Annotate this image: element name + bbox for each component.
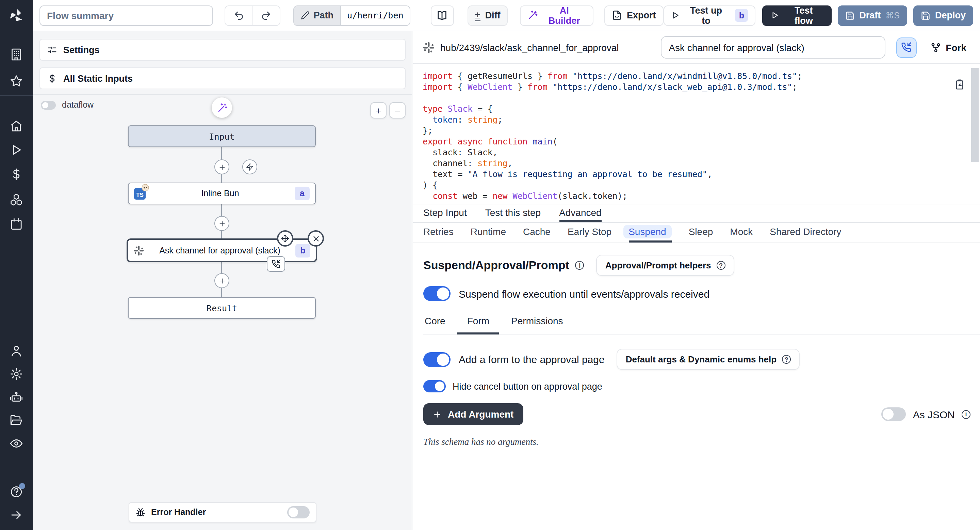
tab-runtime[interactable]: Runtime: [471, 223, 506, 243]
tab-core[interactable]: Core: [423, 315, 455, 334]
tab-cache[interactable]: Cache: [523, 223, 550, 243]
suspend-indicator-button[interactable]: [896, 37, 916, 57]
favorites-star-icon[interactable]: [10, 74, 23, 88]
as-json-toggle[interactable]: [882, 407, 906, 421]
hub-script-path[interactable]: hub/2439/slack/ask_channel_for_approval: [440, 42, 619, 53]
approval-helpers-button[interactable]: Approval/Prompt helpers ?: [597, 255, 734, 276]
magic-wand-icon: [217, 102, 227, 113]
play-icon: [770, 11, 779, 20]
redo-button[interactable]: [252, 6, 279, 25]
workers-bot-icon[interactable]: [10, 390, 23, 404]
code-editor[interactable]: import { getResumeUrls } from "https://d…: [413, 64, 980, 204]
resources-icon[interactable]: [10, 193, 23, 206]
move-node-button[interactable]: [277, 230, 293, 247]
static-inputs-bar[interactable]: All Static Inputs: [40, 67, 406, 89]
schedules-calendar-icon[interactable]: [10, 217, 23, 231]
zoom-in-button[interactable]: +: [370, 102, 387, 118]
info-icon[interactable]: i: [962, 410, 970, 418]
default-args-help-button[interactable]: Default args & Dynamic enums help ?: [617, 349, 800, 370]
windmill-logo[interactable]: [0, 0, 33, 31]
add-step-button[interactable]: [215, 273, 229, 288]
add-argument-button[interactable]: Add Argument: [423, 403, 523, 425]
tab-retries[interactable]: Retries: [423, 223, 453, 243]
copy-code-button[interactable]: [954, 79, 965, 90]
path-value[interactable]: u/henri/ben: [340, 6, 410, 25]
deploy-button[interactable]: Deploy: [913, 5, 973, 26]
diff-button[interactable]: ± Diff: [467, 5, 508, 26]
step-editor-panel: hub/2439/slack/ask_channel_for_approval …: [413, 31, 980, 530]
tab-permissions[interactable]: Permissions: [501, 315, 573, 334]
undo-button[interactable]: [225, 6, 253, 25]
fork-button[interactable]: Fork: [930, 42, 966, 53]
audit-eye-icon[interactable]: [10, 437, 23, 450]
test-up-to-button[interactable]: Test up to b: [663, 5, 756, 26]
zoom-out-button[interactable]: −: [389, 102, 406, 118]
tab-step-input[interactable]: Step Input: [423, 204, 467, 222]
hide-cancel-label: Hide cancel button on approval page: [453, 381, 602, 391]
tab-form[interactable]: Form: [458, 315, 499, 334]
collapse-arrow-icon[interactable]: [10, 508, 23, 522]
runs-icon[interactable]: [10, 143, 23, 157]
hide-cancel-toggle[interactable]: [423, 380, 446, 393]
input-node[interactable]: Input: [128, 125, 316, 147]
draft-button[interactable]: Draft ⌘S: [837, 5, 907, 26]
flow-summary-input[interactable]: [40, 5, 213, 26]
step-summary-input[interactable]: [660, 36, 885, 59]
error-handler-bar[interactable]: Error Handler: [129, 502, 317, 522]
tab-sleep[interactable]: Sleep: [689, 223, 713, 243]
flow-settings-bar[interactable]: Settings: [40, 39, 406, 61]
tab-test-this-step[interactable]: Test this step: [485, 204, 541, 222]
flow-panel-divider: [33, 94, 412, 95]
error-handler-toggle[interactable]: [287, 506, 310, 519]
play-icon: [671, 11, 680, 20]
flow-graph-panel: Settings All Static Inputs dataflow + − …: [33, 31, 412, 530]
plus-icon: [218, 220, 226, 227]
result-node[interactable]: Result: [128, 297, 316, 319]
test-flow-button[interactable]: Test flow: [762, 5, 831, 26]
add-form-toggle[interactable]: [423, 352, 450, 367]
path-button[interactable]: Path: [294, 6, 340, 25]
code-scrollbar[interactable]: [971, 64, 978, 204]
path-button-label: Path: [313, 10, 334, 21]
diff-label: Diff: [485, 10, 501, 21]
ai-flow-wand-button[interactable]: [212, 97, 232, 118]
hide-cancel-row: Hide cancel button on approval page: [423, 380, 980, 393]
tab-mock[interactable]: Mock: [730, 223, 753, 243]
error-handler-label: Error Handler: [151, 508, 282, 517]
info-icon[interactable]: i: [576, 261, 584, 270]
ai-builder-button[interactable]: AI Builder: [520, 5, 593, 26]
approval-helpers-label: Approval/Prompt helpers: [605, 260, 711, 270]
inline-bun-node[interactable]: TS Inline Bun a: [128, 183, 316, 204]
help-circle-icon: ?: [716, 261, 725, 270]
export-button[interactable]: Export: [605, 5, 663, 26]
dataflow-label: dataflow: [62, 100, 94, 110]
settings-gear-icon[interactable]: [10, 367, 23, 381]
code-line: type Slack = {: [423, 104, 959, 115]
tab-advanced[interactable]: Advanced: [559, 204, 601, 222]
delete-node-button[interactable]: [308, 230, 324, 247]
tab-early-stop[interactable]: Early Stop: [568, 223, 611, 243]
ai-builder-label: AI Builder: [543, 5, 586, 26]
suspend-flow-toggle[interactable]: [423, 286, 450, 301]
home-icon[interactable]: [10, 119, 23, 133]
close-icon: [312, 235, 320, 242]
docs-button[interactable]: [430, 5, 453, 26]
pencil-icon: [301, 11, 309, 20]
folders-icon[interactable]: [10, 413, 23, 427]
tab-suspend[interactable]: Suspend: [628, 223, 672, 243]
help-icon[interactable]: [10, 485, 23, 499]
code-line: const web = new WebClient(slack.token);: [423, 191, 959, 202]
add-step-button[interactable]: [215, 216, 229, 231]
variables-dollar-icon[interactable]: [10, 168, 23, 181]
tab-shared-directory[interactable]: Shared Directory: [770, 223, 841, 243]
draft-label: Draft: [859, 10, 881, 21]
users-icon[interactable]: [10, 344, 23, 358]
dataflow-toggle[interactable]: [41, 101, 56, 109]
test-up-to-label: Test up to: [685, 5, 728, 26]
add-step-button[interactable]: [215, 160, 229, 174]
clipboard-icon: [954, 79, 965, 90]
app: Path u/henri/ben ± Diff AI Builder Expor…: [0, 0, 980, 530]
workspace-icon[interactable]: [10, 48, 23, 61]
code-scrollbar-thumb[interactable]: [971, 68, 978, 162]
add-trigger-button[interactable]: [242, 160, 257, 174]
